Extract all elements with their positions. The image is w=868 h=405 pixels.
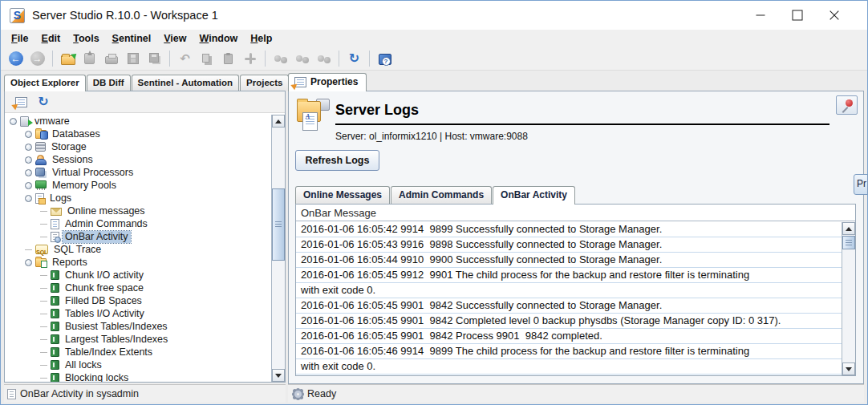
log-row[interactable]: with exit code 0. xyxy=(296,283,842,298)
tab-projects[interactable]: Projects xyxy=(240,75,289,91)
scroll-thumb[interactable] xyxy=(842,236,855,249)
log-column-header: OnBar Message xyxy=(296,205,855,221)
table-scrollbar[interactable] xyxy=(842,222,855,375)
menu-item-view[interactable]: View xyxy=(157,30,193,47)
tree-item-chunk-free-space[interactable]: Chunk free space xyxy=(5,281,271,294)
close-icon[interactable] xyxy=(816,5,853,26)
server-host-info: Server: ol_informix1210 | Host: vmware:9… xyxy=(335,131,528,142)
tree-item-largest-tables-indexes[interactable]: Largest Tables/Indexes xyxy=(5,333,271,346)
refresh-button[interactable] xyxy=(343,49,365,69)
menu-item-window[interactable]: Window xyxy=(193,30,245,47)
tree-item-table-index-extents[interactable]: Table/Index Extents xyxy=(5,346,271,358)
log-row[interactable]: 2016-01-06 16:05:45 9901 9842 Process 99… xyxy=(296,329,842,344)
log-rows: 2016-01-06 16:05:42 9914 9899 Successful… xyxy=(296,222,842,375)
find-advanced-button xyxy=(313,49,335,69)
scroll-up-icon[interactable] xyxy=(842,222,855,235)
tree-item-admin-commands[interactable]: Admin Commands xyxy=(5,217,271,230)
tab-sentinel-automation[interactable]: Sentinel - Automation xyxy=(132,75,239,91)
explorer-tab-bar: Object ExplorerDB DiffSentinel - Automat… xyxy=(4,72,286,91)
log-row[interactable]: 2016-01-06 16:05:43 9916 9898 Successful… xyxy=(296,237,842,253)
menu-item-help[interactable]: Help xyxy=(244,30,278,47)
tree-item-label: vmware xyxy=(32,115,72,128)
refresh-logs-button[interactable]: Refresh Logs xyxy=(295,150,379,171)
toolbar-separator xyxy=(265,51,266,67)
tree-item-all-locks[interactable]: All locks xyxy=(5,358,271,371)
menu-item-file[interactable]: File xyxy=(5,30,35,47)
tree-item-online-messages[interactable]: Online messages xyxy=(5,205,271,217)
tree-item-blocking-locks[interactable]: Blocking locks xyxy=(5,371,271,382)
ready-status-text: Ready xyxy=(307,388,336,399)
pin-icon[interactable] xyxy=(836,95,858,115)
tree-item-logs[interactable]: Logs xyxy=(5,192,271,205)
tree-item-sessions[interactable]: Sessions xyxy=(5,153,271,166)
refresh-button[interactable] xyxy=(32,93,55,111)
expand-handle-icon[interactable] xyxy=(25,259,32,266)
minimize-icon[interactable] xyxy=(742,5,779,26)
tree-item-filled-db-spaces[interactable]: Filled DB Spaces xyxy=(5,294,271,307)
scroll-track[interactable] xyxy=(842,235,855,362)
tree-item-label: Table/Index Extents xyxy=(63,346,155,358)
tree-item-label: Filled DB Spaces xyxy=(63,295,144,307)
expand-handle-icon[interactable] xyxy=(25,182,32,189)
window-controls xyxy=(742,5,853,26)
print-icon xyxy=(105,56,118,64)
tree-scrollbar[interactable] xyxy=(271,115,285,382)
tree-connector xyxy=(40,365,47,366)
log-row[interactable]: 2016-01-06 16:05:42 9914 9899 Successful… xyxy=(296,222,842,237)
expand-handle-icon[interactable] xyxy=(25,144,32,151)
menu-item-sentinel[interactable]: Sentinel xyxy=(106,30,158,47)
scroll-down-icon[interactable] xyxy=(842,362,855,375)
tree-connector xyxy=(40,378,47,379)
tree-item-reports[interactable]: Reports xyxy=(5,256,271,269)
tree-item-sql-trace[interactable]: SQL Trace xyxy=(5,243,271,256)
tree-item-memory-pools[interactable]: Memory Pools xyxy=(5,179,271,192)
edit-connection-button[interactable] xyxy=(55,93,77,111)
properties-button[interactable] xyxy=(10,93,32,111)
tab-object-explorer[interactable]: Object Explorer xyxy=(4,75,86,91)
tree-item-tables-i-o-activity[interactable]: Tables I/O Activity xyxy=(5,307,271,320)
expand-handle-icon[interactable] xyxy=(25,169,32,176)
open-folder-button[interactable] xyxy=(57,49,79,69)
scroll-up-icon[interactable] xyxy=(272,115,285,128)
title-bar: S Server Studio R.10.0 - Workspace 1 xyxy=(1,1,867,30)
tree-item-virtual-processors[interactable]: Virtual Processors xyxy=(5,166,271,179)
scroll-down-icon[interactable] xyxy=(272,369,285,382)
expand-handle-icon[interactable] xyxy=(25,131,32,138)
maximize-icon[interactable] xyxy=(779,5,816,26)
tree-item-label: Databases xyxy=(50,128,103,140)
log-row[interactable]: 2016-01-06 16:05:45 9901 9842 Successful… xyxy=(296,298,842,314)
tree-connector xyxy=(40,288,47,289)
menu-item-tools[interactable]: Tools xyxy=(67,30,105,47)
tab-properties[interactable]: Properties xyxy=(288,73,367,91)
collapsed-properties-side-tab[interactable]: Pr xyxy=(854,174,868,195)
tree-item-busiest-tables-indexes[interactable]: Busiest Tables/Indexes xyxy=(5,320,271,333)
find-button xyxy=(270,49,291,69)
log-row[interactable]: 2016-01-06 16:05:45 9912 9901 The child … xyxy=(296,268,842,283)
tree-item-chunk-i-o-activity[interactable]: Chunk I/O activity xyxy=(5,269,271,281)
undo-icon xyxy=(180,51,190,66)
expand-handle-icon[interactable] xyxy=(25,156,32,164)
log-row[interactable]: with exit code 0. xyxy=(296,359,842,375)
log-row[interactable]: 2016-01-06 16:05:44 9910 9900 Successful… xyxy=(296,253,842,268)
refresh-icon xyxy=(38,95,48,109)
tab-onbar-activity[interactable]: OnBar Activity xyxy=(493,186,575,205)
back-button[interactable] xyxy=(5,49,26,69)
log-row[interactable]: 2016-01-06 16:05:45 9901 9842 Completed … xyxy=(296,314,842,329)
tree-item-vmware[interactable]: vmware xyxy=(5,115,271,128)
log-row[interactable]: 2016-01-06 16:05:46 9914 9899 The child … xyxy=(296,344,842,359)
tree-item-onbar-activity[interactable]: OnBar Activity xyxy=(5,230,271,243)
tree-item-databases[interactable]: Databases xyxy=(5,128,271,140)
tab-online-messages[interactable]: Online Messages xyxy=(295,186,390,204)
tree-item-storage[interactable]: Storage xyxy=(5,140,271,153)
tab-db-diff[interactable]: DB Diff xyxy=(87,75,131,91)
menu-item-edit[interactable]: Edit xyxy=(35,30,67,47)
scroll-thumb[interactable] xyxy=(272,188,285,261)
help-button[interactable] xyxy=(374,49,395,69)
report-icon xyxy=(51,296,59,306)
tab-admin-commands[interactable]: Admin Commands xyxy=(391,186,492,204)
scroll-track[interactable] xyxy=(272,128,285,369)
arrow-up-icon xyxy=(275,119,282,124)
folder-icon xyxy=(35,258,47,267)
expand-handle-icon[interactable] xyxy=(25,195,32,202)
expand-handle-icon[interactable] xyxy=(10,118,17,125)
